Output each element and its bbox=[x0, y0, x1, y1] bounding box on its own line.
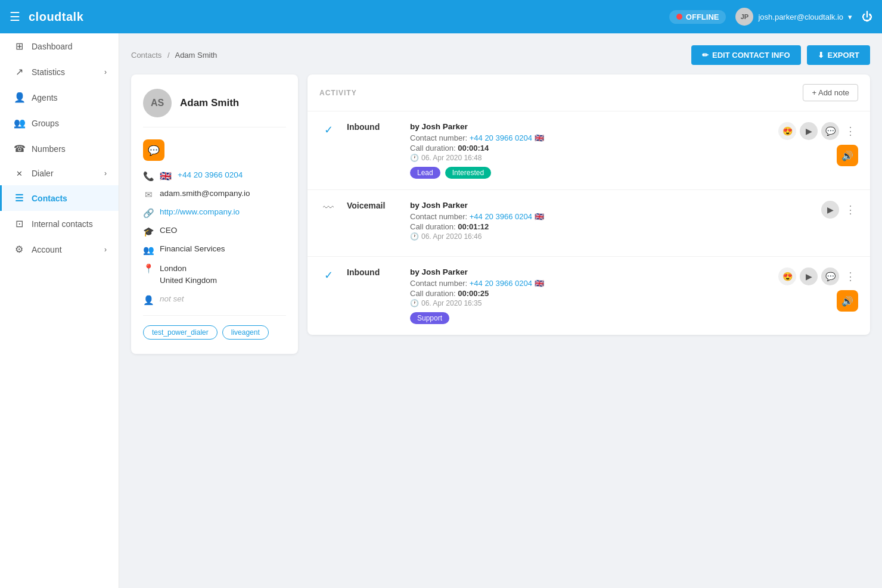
contact-number-line: Contact number: +44 20 3966 0204 🇬🇧 bbox=[410, 212, 801, 221]
edit-icon: ✏ bbox=[702, 51, 709, 60]
voicemail-signal-icon: 〰 bbox=[323, 202, 334, 214]
activity-header: ACTIVITY + Add note bbox=[308, 74, 870, 111]
contact-number-line: Contact number: +44 20 3966 0204 🇬🇧 bbox=[410, 279, 769, 288]
tag-lead[interactable]: Lead bbox=[410, 167, 440, 179]
activity-body-3: by Josh Parker Contact number: +44 20 39… bbox=[410, 267, 769, 324]
title-icon: 🎓 bbox=[143, 226, 154, 237]
sidebar-item-agents[interactable]: 👤 Agents bbox=[0, 85, 119, 110]
sidebar-item-statistics[interactable]: ↗ Statistics › bbox=[0, 59, 119, 85]
edit-contact-button[interactable]: ✏ EDIT CONTACT INFO bbox=[691, 45, 800, 65]
hamburger-menu[interactable]: ☰ bbox=[10, 10, 20, 24]
sidebar-label-statistics: Statistics bbox=[32, 67, 65, 77]
contact-divider bbox=[143, 315, 286, 316]
play-button[interactable]: ▶ bbox=[800, 267, 818, 285]
sidebar-label-numbers: Numbers bbox=[32, 144, 66, 154]
chat-button[interactable]: 💬 bbox=[821, 267, 839, 285]
sidebar-item-account[interactable]: ⚙ Account › bbox=[0, 237, 119, 262]
contact-location: 📍 London United Kingdom bbox=[143, 263, 286, 287]
tag-liveagent[interactable]: liveagent bbox=[222, 325, 269, 340]
tag-support[interactable]: Support bbox=[410, 312, 449, 324]
sidebar-item-dialer[interactable]: ✕ Dialer › bbox=[0, 161, 119, 185]
location-icon: 📍 bbox=[143, 263, 154, 274]
company-icon: 👥 bbox=[143, 245, 154, 256]
tag-test-power-dialer[interactable]: test_power_dialer bbox=[143, 325, 218, 340]
user-menu[interactable]: JP josh.parker@cloudtalk.io ▾ bbox=[735, 8, 852, 26]
play-button[interactable]: ▶ bbox=[821, 201, 839, 219]
contact-tags: test_power_dialer liveagent bbox=[143, 325, 286, 340]
more-button[interactable]: ⋮ bbox=[843, 267, 858, 285]
content-grid: AS Adam Smith 💬 📞 🇬🇧 +44 20 3966 0204 ✉ … bbox=[131, 74, 870, 354]
duration-line: Call duration: 00:01:12 bbox=[410, 222, 801, 231]
chat-button[interactable]: 💬 bbox=[821, 122, 839, 140]
time-line: 🕐 06. Apr 2020 16:48 bbox=[410, 154, 769, 162]
sidebar-item-dashboard[interactable]: ⊞ Dashboard bbox=[0, 33, 119, 59]
user-email: josh.parker@cloudtalk.io bbox=[758, 13, 843, 21]
activity-actions-3: 😍 ▶ 💬 ⋮ 🔊 bbox=[778, 267, 858, 312]
emoji-button[interactable]: 😍 bbox=[778, 122, 796, 140]
more-button[interactable]: ⋮ bbox=[843, 122, 858, 140]
sidebar-item-groups[interactable]: 👥 Groups bbox=[0, 110, 119, 136]
sidebar-label-internal-contacts: Internal contacts bbox=[32, 219, 93, 229]
by-agent: by Josh Parker bbox=[410, 201, 801, 210]
activity-item: ✓ Inbound by Josh Parker Contact number:… bbox=[308, 111, 870, 190]
export-button[interactable]: ⬇ EXPORT bbox=[807, 45, 870, 65]
chevron-down-icon: › bbox=[104, 169, 107, 178]
duration-value: 00:01:12 bbox=[458, 222, 489, 231]
sidebar-item-contacts[interactable]: ☰ Contacts bbox=[0, 185, 119, 211]
phone-link[interactable]: +44 20 3966 0204 bbox=[470, 212, 532, 221]
breadcrumb-separator: / bbox=[167, 51, 170, 60]
sidebar-label-dashboard: Dashboard bbox=[32, 42, 73, 51]
country: United Kingdom bbox=[160, 275, 217, 287]
call-inbound-icon: ✓ bbox=[324, 123, 333, 136]
emoji-button[interactable]: 😍 bbox=[778, 267, 796, 285]
sidebar-item-internal-contacts[interactable]: ⊡ Internal contacts bbox=[0, 211, 119, 237]
add-note-button[interactable]: + Add note bbox=[803, 84, 858, 101]
speaker-button[interactable]: 🔊 bbox=[837, 290, 858, 312]
activity-type-inbound: Inbound bbox=[347, 122, 400, 132]
chevron-down-icon: › bbox=[104, 245, 107, 254]
account-icon: ⚙ bbox=[14, 244, 24, 255]
contacts-icon: ☰ bbox=[14, 192, 24, 204]
sidebar-label-contacts: Contacts bbox=[32, 194, 67, 203]
phone-link[interactable]: +44 20 3966 0204 bbox=[470, 133, 532, 142]
phone-link[interactable]: +44 20 3966 0204 bbox=[178, 170, 243, 179]
groups-icon: 👥 bbox=[14, 117, 24, 129]
phone-link[interactable]: +44 20 3966 0204 bbox=[470, 279, 532, 288]
contact-number-line: Contact number: +44 20 3966 0204 🇬🇧 bbox=[410, 133, 769, 142]
sidebar-label-account: Account bbox=[32, 245, 62, 254]
tag-interested[interactable]: Interested bbox=[445, 167, 491, 179]
power-icon[interactable]: ⏻ bbox=[862, 11, 872, 23]
more-button[interactable]: ⋮ bbox=[843, 201, 858, 219]
phone-icon: 📞 bbox=[143, 171, 154, 182]
top-action-row: 😍 ▶ 💬 ⋮ bbox=[778, 122, 858, 140]
top-action-row: 😍 ▶ 💬 ⋮ bbox=[778, 267, 858, 285]
status-badge[interactable]: OFFLINE bbox=[669, 10, 726, 24]
activity-actions-1: 😍 ▶ 💬 ⋮ 🔊 bbox=[778, 122, 858, 166]
top-actions: ✏ EDIT CONTACT INFO ⬇ EXPORT bbox=[691, 45, 870, 65]
website-link[interactable]: http://www.company.io bbox=[160, 207, 240, 216]
activity-panel: ACTIVITY + Add note ✓ Inbound by Josh Pa… bbox=[308, 74, 870, 335]
dashboard-icon: ⊞ bbox=[14, 41, 24, 52]
play-button[interactable]: ▶ bbox=[800, 122, 818, 140]
top-navigation: ☰ cloudtalk OFFLINE JP josh.parker@cloud… bbox=[0, 0, 882, 33]
contact-avatar: AS bbox=[143, 89, 172, 117]
brand-logo: cloudtalk bbox=[29, 10, 83, 24]
sidebar-label-dialer: Dialer bbox=[32, 169, 54, 178]
statistics-icon: ↗ bbox=[14, 66, 24, 77]
speaker-button[interactable]: 🔊 bbox=[837, 145, 858, 166]
activity-body-1: by Josh Parker Contact number: +44 20 39… bbox=[410, 122, 769, 179]
speech-icon: 💬 bbox=[148, 145, 160, 156]
status-label: OFFLINE bbox=[686, 13, 719, 21]
activity-item: ✓ Inbound by Josh Parker Contact number:… bbox=[308, 257, 870, 335]
internal-contacts-icon: ⊡ bbox=[14, 218, 24, 229]
sidebar-item-numbers[interactable]: ☎ Numbers bbox=[0, 136, 119, 161]
duration-value: 00:00:14 bbox=[458, 144, 489, 153]
company-value: Financial Services bbox=[160, 244, 225, 253]
top-action-row: ▶ ⋮ bbox=[821, 201, 858, 219]
breadcrumb: Contacts / Adam Smith bbox=[131, 51, 691, 60]
call-inbound-icon-3: ✓ bbox=[324, 269, 333, 282]
agents-icon: 👤 bbox=[14, 92, 24, 103]
activity-type-voicemail: Voicemail bbox=[347, 201, 400, 210]
breadcrumb-root[interactable]: Contacts bbox=[131, 51, 162, 60]
contact-phone: 📞 🇬🇧 +44 20 3966 0204 bbox=[143, 170, 286, 182]
